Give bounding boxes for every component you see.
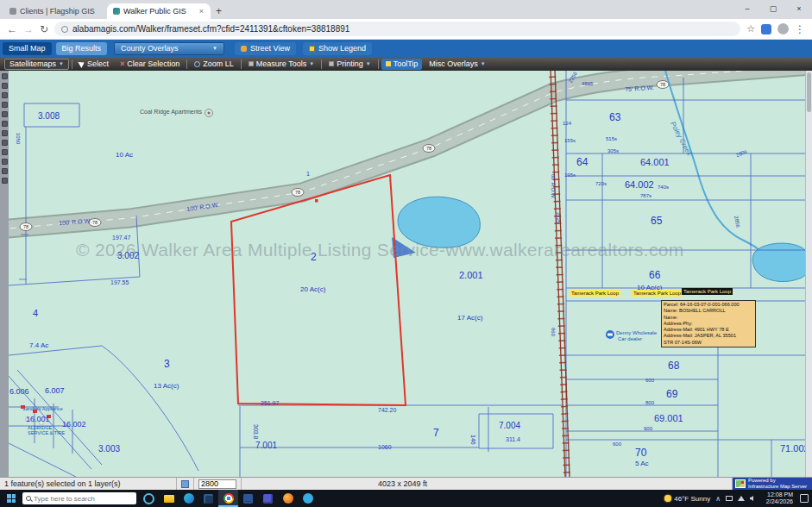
measure-icon[interactable] bbox=[2, 130, 8, 136]
map-label: 69 bbox=[666, 389, 677, 399]
taskbar-clock[interactable]: 12:08 PM 2/24/2026 bbox=[758, 491, 793, 506]
extension-icon[interactable] bbox=[761, 24, 771, 34]
back-button[interactable]: ← bbox=[7, 24, 17, 34]
map-label: 2856 bbox=[733, 216, 740, 228]
new-tab-button[interactable]: + bbox=[216, 5, 222, 17]
map-toolbar-primary: Small Map Big Results County Overlays ▼ … bbox=[0, 40, 812, 57]
clear-selection-button[interactable]: × Clear Selection bbox=[116, 59, 184, 70]
measure-tools-dropdown[interactable]: Measure Tools ▼ bbox=[244, 59, 318, 70]
map-label: 311.4 bbox=[506, 436, 520, 442]
powered-by-badge: Powered by Infrastructure Map Server bbox=[733, 478, 812, 490]
browser-tabstrip: Clients | Flagship GIS Walker Public GIS… bbox=[0, 0, 812, 19]
site-info-icon[interactable] bbox=[61, 26, 68, 33]
sun-icon bbox=[664, 495, 671, 502]
address-bar[interactable]: alabamagis.com/Walker/frameset.cfm?cfid=… bbox=[54, 22, 740, 36]
edge-icon[interactable] bbox=[179, 490, 198, 507]
bookmark-star-icon[interactable]: ☆ bbox=[746, 24, 755, 34]
battery-icon[interactable] bbox=[726, 496, 733, 501]
map-label: 4865 bbox=[582, 81, 593, 86]
scrollbar-thumb[interactable] bbox=[807, 72, 811, 112]
select-tool-icon[interactable] bbox=[2, 121, 8, 127]
show-legend-button[interactable]: Show Legend bbox=[303, 42, 372, 55]
vertical-scrollbar[interactable] bbox=[805, 71, 812, 477]
county-overlays-dropdown[interactable]: County Overlays ▼ bbox=[114, 42, 224, 55]
identify-icon[interactable] bbox=[2, 111, 8, 117]
tooltip-toggle-button[interactable]: ToolTip bbox=[381, 59, 423, 70]
map-label: 20 Ac(c) bbox=[300, 286, 325, 293]
zoom-ll-button[interactable]: Zoom LL bbox=[190, 59, 238, 70]
map-label: 100' R.O.W. bbox=[186, 202, 219, 212]
big-results-button[interactable]: Big Results bbox=[56, 42, 108, 55]
layers-icon[interactable] bbox=[2, 73, 8, 79]
refresh-button[interactable]: ↻ bbox=[40, 24, 48, 34]
forward-button[interactable]: → bbox=[23, 24, 34, 34]
measure-icon bbox=[249, 61, 254, 66]
small-map-button[interactable]: Small Map bbox=[3, 42, 52, 55]
map-viewport[interactable]: 78 78 78 78 78 © 2026 Walker Area Multip… bbox=[9, 71, 812, 477]
satellitemaps-dropdown[interactable]: Satellitemaps ▼ bbox=[4, 59, 69, 70]
info-icon[interactable] bbox=[2, 168, 8, 174]
profile-avatar[interactable] bbox=[777, 23, 789, 34]
minimize-button[interactable]: – bbox=[734, 0, 760, 17]
weather-widget[interactable]: 46°F Sunny bbox=[664, 495, 710, 503]
menu-dots-icon[interactable]: ⋮ bbox=[795, 24, 805, 34]
zoom-in-icon[interactable] bbox=[2, 83, 8, 89]
word-icon[interactable] bbox=[238, 490, 258, 507]
start-button[interactable] bbox=[0, 490, 22, 507]
help-icon[interactable] bbox=[2, 178, 8, 184]
tab-close-icon[interactable]: × bbox=[198, 7, 205, 16]
select-tool-button[interactable]: Select bbox=[75, 59, 113, 70]
map-label: 7.001 bbox=[255, 441, 277, 450]
search-input[interactable] bbox=[34, 495, 133, 503]
taskbar-apps bbox=[139, 490, 318, 507]
map-label: 7 bbox=[433, 428, 439, 438]
refresh-map-icon[interactable] bbox=[2, 149, 8, 155]
street-view-icon bbox=[241, 46, 247, 52]
cortana-icon[interactable] bbox=[139, 490, 159, 507]
map-label: 124 bbox=[563, 121, 571, 126]
volume-icon[interactable] bbox=[750, 496, 753, 501]
maximize-button[interactable]: ▢ bbox=[760, 0, 786, 17]
misc-overlays-dropdown[interactable]: Misc Overlays ▼ bbox=[425, 59, 489, 70]
map-label: 800 bbox=[645, 400, 654, 405]
printing-dropdown[interactable]: Printing ▼ bbox=[324, 59, 375, 70]
street-view-button[interactable]: Street View bbox=[235, 42, 296, 55]
content-frame: 78 78 78 78 78 © 2026 Walker Area Multip… bbox=[0, 71, 812, 477]
home-icon[interactable] bbox=[2, 159, 8, 165]
browser-tab-walker-gis[interactable]: Walker Public GIS × bbox=[107, 3, 211, 19]
map-label: 2225 bbox=[556, 212, 561, 223]
pan-icon[interactable] bbox=[2, 102, 8, 108]
teams-icon[interactable] bbox=[258, 490, 278, 507]
chrome-icon[interactable] bbox=[218, 490, 238, 507]
map-label: 68 bbox=[668, 360, 679, 371]
map-label: 155s bbox=[564, 138, 576, 143]
map-label: 16.001 bbox=[26, 416, 50, 423]
map-label: 3.008 bbox=[38, 112, 60, 121]
divider bbox=[378, 59, 379, 69]
taskbar-search[interactable] bbox=[22, 492, 136, 504]
close-button[interactable]: × bbox=[786, 0, 812, 17]
file-explorer-icon[interactable] bbox=[159, 490, 179, 507]
map-label: Car dealer bbox=[618, 336, 642, 341]
map-label: 2256 bbox=[568, 71, 578, 84]
tab-favicon bbox=[113, 8, 120, 15]
map-label: 2.001 bbox=[459, 271, 483, 280]
notification-center-icon[interactable] bbox=[800, 494, 809, 503]
map-label: 5 Ac bbox=[635, 460, 649, 467]
map-label: 1060 bbox=[378, 444, 392, 450]
powered-by-line2: Infrastructure Map Server bbox=[748, 484, 807, 490]
skype-icon[interactable] bbox=[298, 490, 318, 507]
browser-tab-clients[interactable]: Clients | Flagship GIS bbox=[3, 3, 107, 19]
map-label: 64.002 bbox=[625, 180, 654, 190]
print-icon[interactable] bbox=[2, 140, 8, 146]
zoom-out-icon[interactable] bbox=[2, 92, 8, 98]
tray-chevron-icon[interactable]: ∧ bbox=[715, 495, 721, 503]
pointer-icon bbox=[78, 59, 85, 68]
parcel-info-line: STR 07-14S-06W bbox=[664, 340, 753, 346]
outlook-icon[interactable] bbox=[198, 490, 218, 507]
scale-input[interactable] bbox=[198, 479, 236, 489]
network-icon[interactable] bbox=[738, 496, 745, 501]
divider bbox=[186, 59, 187, 69]
map-label: 17 Ac(c) bbox=[457, 315, 482, 322]
firefox-icon[interactable] bbox=[278, 490, 298, 507]
